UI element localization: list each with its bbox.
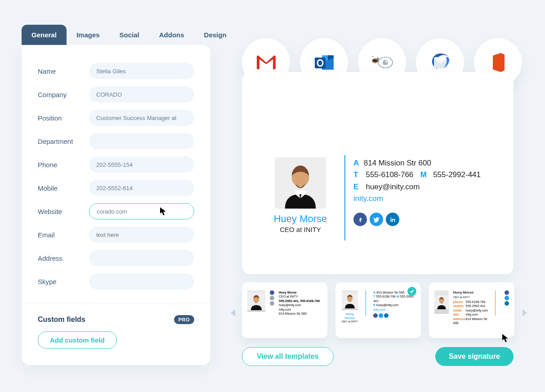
next-template-button[interactable] xyxy=(523,309,527,316)
preview-mobile: 555-2992-441 xyxy=(433,170,481,179)
preview-site[interactable]: inity.com xyxy=(353,193,481,205)
email-input[interactable] xyxy=(89,227,194,243)
thunderbird-icon xyxy=(429,53,451,72)
prev-template-button[interactable] xyxy=(231,309,235,316)
add-custom-field-button[interactable]: Add custom field xyxy=(38,331,117,349)
form-card: Name Company Position Department Phone M… xyxy=(22,45,210,365)
preview-email: huey@inity.com xyxy=(366,183,420,191)
preview-phone: 555-6108-766 xyxy=(366,170,413,179)
preview-address: 814 Mission Str 600 xyxy=(364,159,431,167)
website-input[interactable] xyxy=(89,203,194,219)
view-all-templates-button[interactable]: View all templates xyxy=(242,347,334,366)
divider xyxy=(22,303,210,303)
linkedin-icon[interactable] xyxy=(386,213,399,226)
twitter-icon[interactable] xyxy=(370,213,383,226)
template-thumb-3[interactable]: Huey Morse CEO at INITY phone:555-6108-7… xyxy=(429,282,514,338)
preview-divider xyxy=(344,155,345,241)
mobile-label: Mobile xyxy=(38,184,89,192)
office-icon xyxy=(489,52,507,73)
selected-check-icon xyxy=(407,287,416,296)
company-label: Company xyxy=(38,91,89,98)
applemail-icon xyxy=(371,53,393,71)
phone-input[interactable] xyxy=(89,156,194,173)
outlook-icon xyxy=(313,53,335,72)
position-label: Position xyxy=(38,114,89,122)
custom-fields-heading: Custom fields xyxy=(38,316,85,324)
gmail-icon xyxy=(256,55,277,70)
template-thumb-1[interactable]: Huey Morse CEO at INITY 555-2992-441, 55… xyxy=(242,282,327,338)
tab-design[interactable]: Design xyxy=(194,25,237,45)
skype-input[interactable] xyxy=(89,273,194,290)
position-input[interactable] xyxy=(89,110,194,126)
svg-point-12 xyxy=(374,59,376,62)
name-label: Name xyxy=(38,67,89,75)
tab-addons[interactable]: Addons xyxy=(149,25,194,45)
signature-preview-card: Huey Morse CEO at INITY A 814 Mission St… xyxy=(242,72,514,274)
tab-general[interactable]: General xyxy=(22,25,67,45)
company-input[interactable] xyxy=(89,86,194,102)
name-input[interactable] xyxy=(89,63,194,79)
save-signature-button[interactable]: Save signature xyxy=(435,347,514,366)
svg-point-8 xyxy=(383,60,388,65)
department-input[interactable] xyxy=(89,133,194,149)
department-label: Department xyxy=(38,138,89,145)
facebook-icon[interactable] xyxy=(353,213,367,226)
website-label: Website xyxy=(38,208,89,215)
pro-badge: PRO xyxy=(174,315,194,324)
address-label: Address xyxy=(38,254,89,262)
email-label: Email xyxy=(38,231,89,239)
preview-title: CEO at INITY xyxy=(269,226,332,233)
address-input[interactable] xyxy=(89,250,194,266)
tab-social[interactable]: Social xyxy=(110,25,149,45)
phone-label: Phone xyxy=(38,161,89,169)
tab-images[interactable]: Images xyxy=(67,25,110,45)
skype-label: Skype xyxy=(38,278,89,285)
mobile-input[interactable] xyxy=(89,180,194,196)
preview-details: A 814 Mission Str 600 T 555-6108-766 M 5… xyxy=(353,157,481,241)
svg-point-9 xyxy=(385,61,387,62)
preview-name: Huey Morse xyxy=(269,213,332,225)
template-thumb-2[interactable]: Huey Morse CEO at INITY A 814 Mission St… xyxy=(335,282,421,338)
avatar-image xyxy=(275,157,326,209)
